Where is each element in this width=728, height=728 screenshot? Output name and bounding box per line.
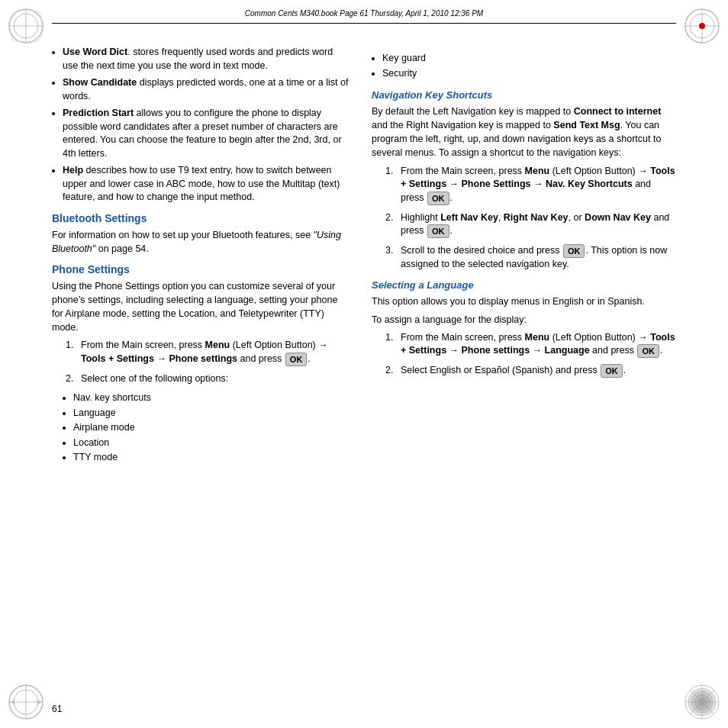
corner-decoration-tr [682,6,722,46]
term-help: Help [63,165,83,176]
bluetooth-heading: Bluetooth Settings [52,212,349,224]
sub-list-item-nav: Nav. key shortcuts [73,391,349,405]
phone-step-1: 1. From the Main screen, press Menu (Lef… [66,339,349,366]
intro-bullet-list: Use Word Dict. stores frequently used wo… [63,46,349,205]
list-item-prediction-start: Prediction Start allows you to configure… [63,107,349,160]
sub-list-item-security: Security [382,67,676,81]
ok-button-nav2: OK [427,224,449,238]
ok-button-lang1: OK [637,344,659,358]
nav-steps-list: 1. From the Main screen, press Menu (Lef… [385,165,676,272]
phone-step-2: 2. Select one of the following options: [66,372,349,386]
list-item-use-word-dict: Use Word Dict. stores frequently used wo… [63,46,349,72]
phone-steps-list: 1. From the Main screen, press Menu (Lef… [66,339,349,385]
left-column: Use Word Dict. stores frequently used wo… [52,40,364,688]
svg-point-8 [699,23,705,29]
bluetooth-text: For information on how to set up your Bl… [52,228,349,256]
header-line [52,23,676,24]
nav-step-1: 1. From the Main screen, press Menu (Lef… [385,165,676,205]
corner-decoration-bl [6,682,46,722]
selecting-step-2: 2. Select English or Español (Spanish) a… [385,364,676,378]
corner-decoration-tl [6,6,46,46]
nav-step-3: 3. Scroll to the desired choice and pres… [385,244,676,272]
ok-button-step1: OK [285,353,308,366]
selecting-step-1: 1. From the Main screen, press Menu (Lef… [385,331,676,359]
content-area: Use Word Dict. stores frequently used wo… [52,40,676,688]
term-show-candidate: Show Candidate [63,77,137,88]
term-use-word-dict: Use Word Dict [63,47,127,57]
ok-button-nav3: OK [563,244,585,258]
page: Common Cents M340.book Page 61 Thursday,… [0,0,728,728]
phone-settings-heading: Phone Settings [52,263,349,275]
selecting-language-heading: Selecting a Language [372,279,676,291]
list-item-show-candidate: Show Candidate displays predicted words,… [63,76,349,103]
nav-step-2: 2. Highlight Left Nav Key, Right Nav Key… [385,211,676,239]
sub-list-item-airplane: Airplane mode [73,421,349,435]
sub-list-item-keyguard: Key guard [382,52,676,66]
corner-decoration-br [682,682,722,722]
selecting-steps-list: 1. From the Main screen, press Menu (Lef… [385,331,676,378]
header-text: Common Cents M340.book Page 61 Thursday,… [52,9,676,18]
sub-list-item-tty: TTY mode [73,451,349,465]
sub-list-item-location: Location [73,436,349,450]
nav-shortcuts-heading: Navigation Key Shortcuts [372,89,676,101]
selecting-intro-text: This option allows you to display menus … [372,295,676,308]
ok-button-nav1: OK [427,192,449,205]
selecting-assign-text: To assign a language for the display: [372,313,676,327]
sub-list-item-language: Language [73,407,349,420]
nav-intro-text: By default the Left Navigation key is ma… [372,105,676,160]
page-number: 61 [52,704,62,714]
extra-bullets-list: Key guard Security [382,52,676,80]
ok-button-lang2: OK [601,364,623,378]
list-item-help: Help describes how to use T9 text entry,… [63,164,349,205]
options-sub-list: Nav. key shortcuts Language Airplane mod… [73,391,349,465]
right-column: Key guard Security Navigation Key Shortc… [364,40,676,688]
term-prediction-start: Prediction Start [63,108,134,118]
phone-intro-text: Using the Phone Settings option you can … [52,279,349,335]
